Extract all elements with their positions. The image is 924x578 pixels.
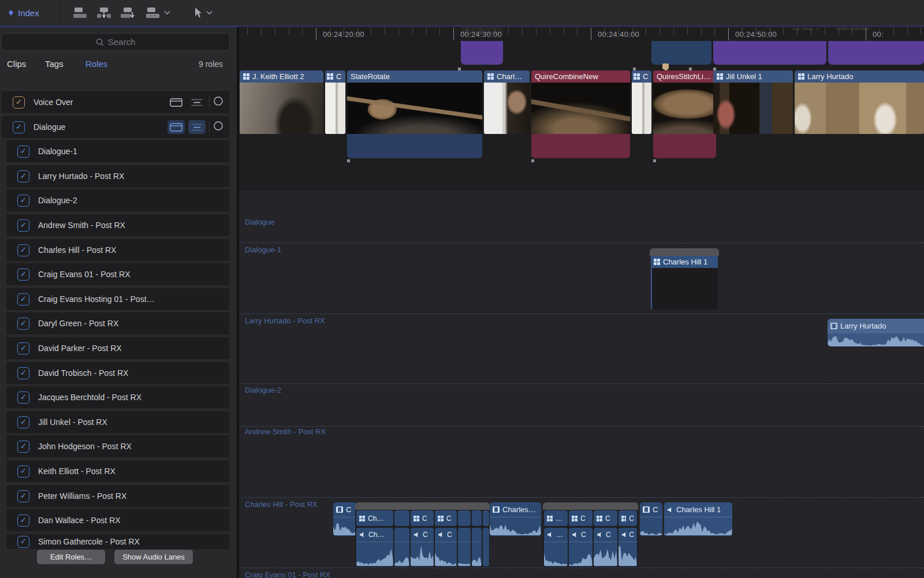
video-clip[interactable]: C: [569, 510, 593, 526]
video-clip[interactable]: J. Keith Elliott 2: [240, 70, 323, 134]
role-row[interactable]: Craig Evans 01 - Post RX: [6, 263, 229, 285]
audio-clip[interactable]: [483, 528, 489, 566]
connected-storyline[interactable]: … C C C … C C C: [543, 502, 638, 567]
video-clip[interactable]: QuireCombineNew: [531, 70, 630, 158]
audio-clip[interactable]: [458, 528, 471, 566]
title-clip[interactable]: [461, 41, 503, 65]
role-row-dialogue[interactable]: Dialogue: [2, 116, 229, 138]
role-row[interactable]: Simon Gathercole - Post RX: [6, 534, 229, 549]
role-row[interactable]: Jill Unkel - Post RX: [6, 411, 229, 433]
search-input[interactable]: Search: [1, 33, 230, 51]
role-row-voice-over[interactable]: Voice Over: [2, 91, 229, 113]
role-checkbox[interactable]: [17, 146, 29, 158]
role-checkbox[interactable]: [17, 391, 29, 404]
role-row[interactable]: Craig Evans Hosting 01 - Post…: [6, 288, 229, 310]
video-clip[interactable]: C: [632, 70, 651, 134]
video-clip[interactable]: C: [594, 510, 617, 526]
title-clip[interactable]: [713, 41, 826, 65]
role-checkbox[interactable]: [17, 441, 29, 453]
role-row[interactable]: Dialogue-1: [6, 140, 229, 162]
role-row[interactable]: Dan Wallace - Post RX: [6, 509, 229, 531]
role-checkbox[interactable]: [17, 536, 29, 548]
role-checkbox[interactable]: [17, 490, 29, 502]
edit-roles-button[interactable]: Edit Roles…: [37, 550, 105, 564]
audio-clip[interactable]: C: [594, 528, 617, 566]
audio-clip[interactable]: C: [435, 528, 457, 566]
title-clip[interactable]: [828, 41, 924, 65]
role-row[interactable]: Dialogue-2: [6, 189, 229, 211]
audio-clip[interactable]: C: [411, 528, 434, 566]
audio-clip[interactable]: C: [569, 528, 593, 566]
audio-clip[interactable]: …: [544, 528, 568, 566]
role-checkbox[interactable]: [17, 219, 29, 232]
role-checkbox[interactable]: [17, 269, 29, 281]
role-checkbox[interactable]: [17, 514, 29, 527]
focus-lanes-icon[interactable]: [188, 95, 206, 109]
role-row[interactable]: Jacques Berchtold - Post RX: [6, 386, 229, 408]
role-row[interactable]: Andrew Smith - Post RX: [6, 214, 229, 236]
edit-tools-chevron[interactable]: [164, 6, 170, 19]
role-checkbox[interactable]: [17, 244, 29, 256]
audio-clip[interactable]: Larry Hurtado: [828, 319, 924, 346]
video-clip[interactable]: SlateRotate: [347, 70, 482, 158]
audio-clip[interactable]: C: [640, 502, 662, 536]
audio-clip[interactable]: [394, 528, 409, 566]
role-checkbox[interactable]: [17, 465, 29, 478]
tools-menu-chevron[interactable]: [206, 6, 213, 19]
role-checkbox[interactable]: [17, 367, 29, 379]
focus-lanes-icon-active[interactable]: [188, 120, 206, 134]
audio-clip[interactable]: Charles…: [490, 502, 541, 536]
video-clip[interactable]: Ch…: [356, 510, 393, 526]
video-clip[interactable]: [472, 510, 482, 526]
video-clip[interactable]: [458, 510, 471, 526]
role-checkbox[interactable]: [13, 121, 25, 133]
role-checkbox[interactable]: [13, 96, 25, 109]
storyline-bar[interactable]: [355, 502, 490, 510]
video-clip[interactable]: Charles Hill 1: [651, 256, 718, 309]
video-clip[interactable]: [394, 510, 409, 526]
role-row[interactable]: Peter Williams - Post RX: [6, 485, 229, 507]
audio-clip[interactable]: Ch…: [356, 528, 393, 566]
storyline-bar[interactable]: [543, 502, 638, 510]
video-clip[interactable]: C: [411, 510, 434, 526]
audio-clip[interactable]: C: [333, 502, 356, 536]
video-clip[interactable]: Charl…: [484, 70, 530, 134]
role-checkbox[interactable]: [17, 293, 29, 305]
connected-clip[interactable]: [651, 41, 711, 65]
append-clip-button[interactable]: [120, 6, 135, 19]
storyline-bar[interactable]: [650, 248, 719, 256]
role-row[interactable]: John Hodgeson - Post RX: [6, 435, 229, 457]
audio-clip[interactable]: C: [619, 528, 637, 566]
role-row[interactable]: Keith Elliott - Post RX: [6, 460, 229, 482]
show-audio-lanes-icon-active[interactable]: [167, 120, 185, 134]
video-clip[interactable]: C: [325, 70, 345, 134]
role-row[interactable]: David Trobisch - Post RX: [6, 362, 229, 384]
todo-marker-icon[interactable]: [662, 64, 669, 69]
video-clip[interactable]: Larry Hurtado: [795, 70, 924, 134]
role-row[interactable]: David Parker - Post RX: [6, 337, 229, 359]
show-audio-lanes-button[interactable]: Show Audio Lanes: [114, 550, 193, 564]
solo-circle-button[interactable]: [213, 121, 223, 133]
video-clip[interactable]: Jill Unkel 1: [713, 70, 793, 134]
role-row[interactable]: Daryl Green - Post RX: [6, 312, 229, 334]
select-tool-button[interactable]: [193, 6, 202, 19]
role-checkbox[interactable]: [17, 318, 29, 330]
video-clip[interactable]: C: [435, 510, 457, 526]
connected-storyline[interactable]: Ch… C C Ch… C C: [355, 502, 490, 567]
connect-clip-button[interactable]: [73, 6, 88, 19]
video-clip[interactable]: …: [544, 510, 568, 526]
insert-clip-button[interactable]: [96, 6, 111, 19]
tab-tags[interactable]: Tags: [45, 59, 64, 69]
tab-roles[interactable]: Roles: [85, 59, 107, 69]
audio-clip[interactable]: Charles Hill 1: [664, 502, 732, 536]
audio-clip[interactable]: [472, 528, 482, 566]
video-clip[interactable]: QuiresStitchLi…: [653, 70, 716, 158]
role-checkbox[interactable]: [17, 195, 29, 207]
role-row[interactable]: Larry Hurtado - Post RX: [6, 165, 229, 187]
role-checkbox[interactable]: [17, 342, 29, 355]
overwrite-clip-button[interactable]: [146, 6, 161, 19]
solo-circle-button[interactable]: [213, 96, 223, 109]
show-audio-lanes-icon[interactable]: [167, 95, 185, 109]
role-row[interactable]: Charles Hill - Post RX: [6, 239, 229, 261]
tab-clips[interactable]: Clips: [7, 59, 26, 69]
